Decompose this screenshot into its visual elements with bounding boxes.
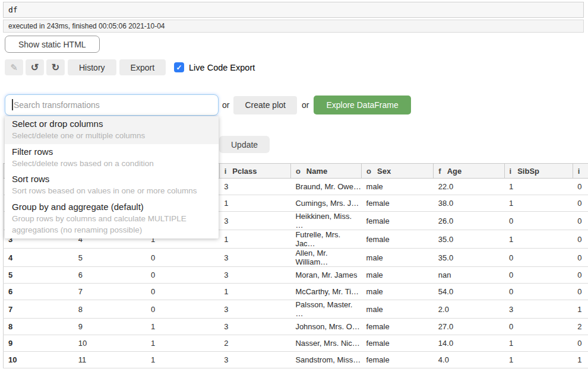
table-cell: female [362,230,434,249]
column-header[interactable]: iPclass [219,164,290,179]
create-plot-button[interactable]: Create plot [233,96,296,114]
table-cell: 0 [146,267,219,284]
column-header[interactable]: oName [290,164,361,179]
table-cell: male [362,267,434,284]
dropdown-item-subtitle: Group rows by columns and calculate MULT… [12,213,211,236]
execution-status-bar: executed in 243ms, finished 00:05:06 202… [3,20,584,33]
table-cell: 3 [219,319,290,335]
table-cell: 54.0 [434,284,504,300]
search-input-wrap [5,94,219,116]
column-header[interactable]: oSex [362,164,434,179]
table-row: 101113Sandstrom, Miss…female4.011 [4,352,588,368]
live-code-export-checkbox[interactable]: ✓ [174,62,184,72]
table-cell: 1 [573,300,588,319]
table-cell: female [362,319,434,335]
table-cell: Moran, Mr. James [290,267,361,284]
table-cell: Nasser, Mrs. Nic… [290,335,361,352]
table-cell: 0 [573,335,588,352]
table-cell: 0 [573,212,588,230]
column-dtype-prefix: i [510,167,512,176]
table-cell: 3 [219,249,290,267]
export-button[interactable]: Export [119,59,166,75]
table-cell: 6 [4,284,74,300]
redo-button[interactable]: ↻ [46,59,65,75]
code-cell[interactable]: df [3,2,584,18]
table-cell: 38.0 [434,195,504,212]
table-cell: Sandstrom, Miss… [290,352,361,368]
table-cell: Braund, Mr. Owe… [290,179,361,195]
table-cell: 1 [146,319,219,335]
table-cell: Heikkinen, Miss. … [290,212,361,230]
notebook-page: df executed in 243ms, finished 00:05:06 … [0,0,588,369]
table-cell: male [362,300,434,319]
dropdown-item-subtitle: Sort rows beased on values in one or mor… [12,185,211,197]
transformation-bar: or Create plot or Explore DataFrame [5,94,411,116]
search-transformations-input[interactable] [5,94,219,116]
table-cell: 22.0 [434,179,504,195]
table-cell: 1 [219,195,290,212]
table-cell: 0 [504,284,573,300]
table-row: 8913Johnson, Mrs. O…female27.002 [4,319,588,335]
table-cell: 5 [4,267,74,284]
table-cell: 2 [573,319,588,335]
table-row: 91012Nasser, Mrs. Nic…female14.010 [4,335,588,352]
table-cell: 1 [146,352,219,368]
table-cell: 8 [74,300,146,319]
dropdown-item[interactable]: Filter rowsSelect/delete rows based on a… [5,144,219,172]
table-cell: 11 [74,352,146,368]
column-header[interactable]: fAge [434,164,504,179]
table-cell: 26.0 [434,212,504,230]
dropdown-item-title: Select or drop columns [12,118,211,130]
table-cell: 3 [219,267,290,284]
table-cell: 1 [504,352,573,368]
column-dtype-prefix: i [578,167,580,176]
column-name: Sex [377,167,391,176]
table-cell: 9 [4,335,74,352]
table-cell: 1 [146,335,219,352]
column-header[interactable]: i [573,164,588,179]
table-cell: 14.0 [434,335,504,352]
dropdown-item[interactable]: Select or drop columnsSelect/delete one … [5,116,219,144]
table-cell: 0 [504,212,573,230]
table-cell: 1 [219,284,290,300]
table-cell: 3 [504,300,573,319]
history-button[interactable]: History [68,59,116,75]
explore-dataframe-button[interactable]: Explore DataFrame [314,96,410,114]
table-cell: nan [434,267,504,284]
or-text: or [222,100,229,110]
table-cell: 0 [146,300,219,319]
dropdown-item-title: Sort rows [12,173,211,185]
table-cell: 3 [219,179,290,195]
table-cell: 10 [4,352,74,368]
column-header[interactable]: iSibSp [504,164,573,179]
dropdown-item-subtitle: Select/delete one or multiple columns [12,130,211,142]
edit-button[interactable]: ✎ [5,59,23,75]
table-cell: 0 [573,249,588,267]
table-cell: 0 [146,249,219,267]
text-caret [12,99,13,110]
column-name: Age [447,167,462,176]
table-cell: 4 [4,249,74,267]
table-cell: 9 [74,319,146,335]
dropdown-item-subtitle: Select/delete rows based on a condition [12,158,211,170]
dropdown-item[interactable]: Group by and aggregate (default)Group ro… [5,199,219,238]
table-cell: male [362,284,434,300]
redo-icon: ↻ [52,62,59,73]
column-dtype-prefix: o [296,167,301,176]
table-cell: 35.0 [434,230,504,249]
table-row: 4503Allen, Mr. William…male35.000 [4,249,588,267]
column-name: Pclass [232,167,257,176]
dropdown-item[interactable]: Sort rowsSort rows beased on values in o… [5,171,219,199]
show-static-html-button[interactable]: Show static HTML [5,36,100,53]
update-button[interactable]: Update [219,136,270,153]
table-cell: 27.0 [434,319,504,335]
table-cell: 2 [219,335,290,352]
table-cell: Palsson, Master. … [290,300,361,319]
undo-button[interactable]: ↺ [26,59,44,75]
column-dtype-prefix: i [225,167,227,176]
table-cell: Futrelle, Mrs. Jac… [290,230,361,249]
column-dtype-prefix: o [366,167,371,176]
table-cell: male [362,179,434,195]
table-cell: 3 [219,352,290,368]
table-cell: female [362,335,434,352]
